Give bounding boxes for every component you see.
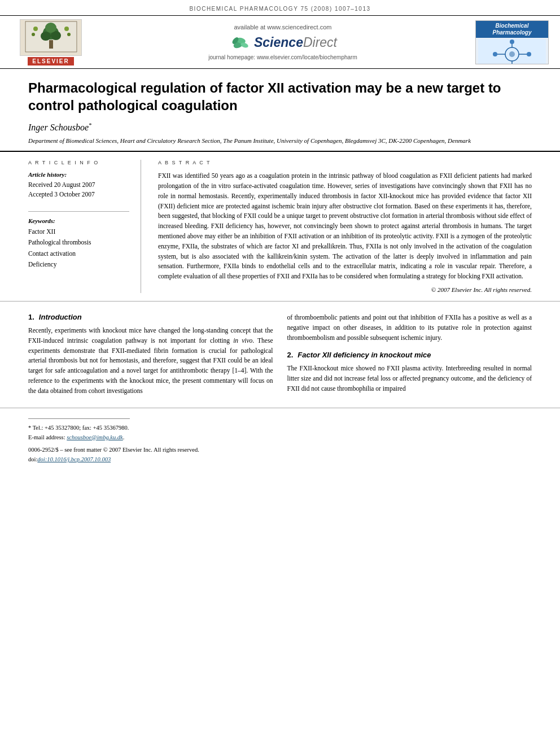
- main-left-col: 1. Introduction Recently, experiments wi…: [28, 313, 273, 396]
- svg-point-24: [510, 40, 514, 44]
- bp-label-bot: Pharmacology: [493, 29, 532, 36]
- journal-header-text: BIOCHEMICAL PHARMACOLOGY 75 (2008) 1007–…: [189, 6, 370, 12]
- accepted-date: Accepted 3 October 2007: [28, 190, 129, 199]
- keyword-3: Contact activation: [28, 248, 129, 260]
- section1-num: 1.: [28, 313, 34, 321]
- sd-leaves-icon: [229, 34, 251, 51]
- article-info-label: A R T I C L E I N F O: [28, 160, 129, 165]
- section2-text: The FXII-knockout mice showed no FXII pl…: [287, 364, 532, 394]
- svg-point-4: [41, 32, 51, 41]
- elsevier-tree-image: [20, 19, 82, 56]
- sciencedirect-logo: ScienceDirect: [229, 34, 337, 51]
- keywords-section: Keywords: Factor XII Pathological thromb…: [28, 211, 129, 270]
- elsevier-logo: ELSEVIER: [11, 19, 90, 65]
- info-abstract-section: A R T I C L E I N F O Article history: R…: [0, 152, 560, 302]
- svg-rect-2: [49, 40, 53, 49]
- keyword-1: Factor XII: [28, 226, 129, 238]
- received-date: Received 20 August 2007: [28, 180, 129, 190]
- abstract-label: A B S T R A C T: [158, 160, 532, 165]
- footer-divider: [28, 418, 130, 419]
- footer-doi: doi:doi:10.1016/j.bcp.2007.10.003: [28, 455, 532, 465]
- center-section: available at www.sciencedirect.com Scien…: [90, 24, 475, 60]
- affiliation: Department of Biomedical Sciences, Heart…: [28, 137, 532, 145]
- author-name: Inger Schousboe*: [28, 122, 532, 133]
- doi-link[interactable]: doi:10.1016/j.bcp.2007.10.003: [37, 456, 111, 462]
- bp-logo: Biochemical Pharmacology: [475, 20, 549, 64]
- svg-point-17: [509, 51, 515, 57]
- section2-num: 2.: [287, 351, 294, 359]
- svg-point-6: [45, 23, 56, 33]
- bp-label-top: Biochemical: [496, 23, 529, 29]
- footnote-email: E-mail address: schousboe@imbg.ku.dk.: [28, 433, 532, 443]
- footer-notes: * Tel.: +45 35327800; fax: +45 35367980.…: [0, 408, 560, 470]
- article-history-label: Article history:: [28, 171, 129, 178]
- svg-point-9: [64, 27, 69, 31]
- email-label: E-mail address:: [28, 434, 65, 440]
- section1-title: Introduction: [39, 313, 82, 321]
- page: BIOCHEMICAL PHARMACOLOGY 75 (2008) 1007–…: [0, 0, 560, 747]
- introduction-text: Recently, experiments with knockout mice…: [28, 326, 273, 396]
- journal-header: BIOCHEMICAL PHARMACOLOGY 75 (2008) 1007–…: [0, 0, 560, 15]
- svg-point-22: [493, 52, 497, 56]
- keyword-4: Deficiency: [28, 259, 129, 270]
- available-text: available at www.sciencedirect.com: [234, 24, 331, 30]
- copyright-line: © 2007 Elsevier Inc. All rights reserved…: [158, 286, 532, 293]
- bp-logo-image: [478, 39, 546, 64]
- footnote-marker: *: [28, 425, 33, 431]
- main-right-col: of thromboembolic patients and point out…: [287, 313, 532, 396]
- keyword-2: Pathological thrombosis: [28, 237, 129, 248]
- footnote-tel: * Tel.: +45 35327800; fax: +45 35367980.: [28, 423, 532, 433]
- section2-title: Factor XII deficiency in knockout mice: [298, 351, 431, 359]
- article-info-col: A R T I C L E I N F O Article history: R…: [28, 160, 141, 293]
- intro-continued-text: of thromboembolic patients and point out…: [287, 313, 532, 343]
- email-link[interactable]: schousboe@imbg.ku.dk: [67, 434, 123, 440]
- main-content: 1. Introduction Recently, experiments wi…: [0, 302, 560, 402]
- svg-point-7: [33, 27, 38, 31]
- elsevier-label: ELSEVIER: [28, 57, 73, 65]
- abstract-text: FXII was identified 50 years ago as a co…: [158, 171, 532, 282]
- svg-point-10: [67, 33, 71, 36]
- keywords-label: Keywords:: [28, 217, 129, 224]
- sd-text: ScienceDirect: [254, 35, 337, 50]
- svg-point-23: [527, 52, 531, 56]
- footer-copyright: 0006-2952/$ – see front matter © 2007 El…: [28, 445, 532, 455]
- section1-header: 1. Introduction: [28, 313, 273, 321]
- article-title-section: Pharmacological regulation of factor XII…: [0, 69, 560, 152]
- svg-point-8: [32, 33, 35, 36]
- abstract-col: A B S T R A C T FXII was identified 50 y…: [158, 160, 532, 293]
- logo-bar: ELSEVIER available at www.sciencedirect.…: [0, 15, 560, 69]
- section2-header: 2. Factor XII deficiency in knockout mic…: [287, 351, 532, 359]
- article-title: Pharmacological regulation of factor XII…: [28, 79, 532, 114]
- journal-url: journal homepage: www.elsevier.com/locat…: [208, 54, 357, 60]
